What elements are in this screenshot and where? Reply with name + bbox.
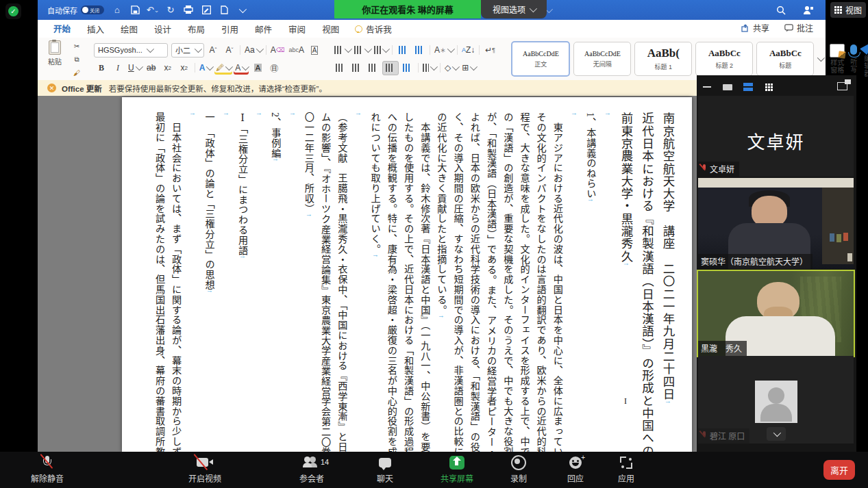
style-heading2[interactable]: AaBbCc标题 2 xyxy=(695,42,753,76)
editor-button[interactable]: 编辑器 xyxy=(863,38,868,80)
style-heading1[interactable]: AaBb(标题 1 xyxy=(634,42,692,76)
change-case-icon[interactable]: Aa xyxy=(243,44,263,57)
new-doc-icon[interactable] xyxy=(217,4,231,16)
share-button[interactable]: 共享 xyxy=(741,22,769,34)
cut-icon[interactable]: ✂ xyxy=(69,42,84,51)
view-options-dropdown[interactable]: 视图选项 xyxy=(481,0,547,18)
leave-button[interactable]: 离开 xyxy=(823,460,855,480)
tab-mailings[interactable]: 邮件 xyxy=(254,20,273,38)
char-border-icon[interactable]: A xyxy=(307,44,322,57)
zoom-view-button[interactable]: 视图 xyxy=(830,2,866,18)
shrink-font-icon[interactable]: Aˇ xyxy=(222,44,237,57)
tab-design[interactable]: 设计 xyxy=(153,20,172,38)
paste-button[interactable]: 粘贴 xyxy=(43,40,66,79)
participants-button[interactable]: 14 参会者 xyxy=(299,455,324,484)
participant-tile[interactable]: 碧江 原口 xyxy=(698,356,854,444)
print-icon[interactable] xyxy=(182,4,195,16)
enclose-char-icon[interactable]: ㊐ xyxy=(266,62,282,75)
gallery-view-icon[interactable] xyxy=(762,81,775,92)
multilevel-list-icon[interactable] xyxy=(373,44,389,57)
underline-icon[interactable]: U xyxy=(127,62,142,75)
char-shading-icon[interactable]: A xyxy=(250,62,265,75)
highlight-icon[interactable]: 🖉︎ xyxy=(214,62,232,75)
bullets-icon[interactable] xyxy=(333,44,351,57)
comments-button[interactable]: 批注 xyxy=(784,22,813,34)
italic-icon[interactable]: I xyxy=(110,62,125,75)
share-screen-button[interactable]: 共享屏幕 xyxy=(441,455,473,484)
active-participant-video[interactable]: 黒瀧 秀久 xyxy=(697,270,855,357)
doc-line: 一 「政体」の論と「三権分立」の思想↑ xyxy=(201,112,217,452)
doc-line: ↑ xyxy=(599,112,615,452)
participant-video[interactable]: 窦硕华（南京航空航天大学） xyxy=(698,178,854,269)
justify-icon[interactable] xyxy=(382,61,399,75)
tell-me[interactable]: 告诉我 xyxy=(355,23,392,36)
numbering-icon[interactable] xyxy=(353,44,371,57)
format-painter-icon[interactable]: 🖌︎ xyxy=(69,68,84,77)
show-marks-icon[interactable]: ↵¶ xyxy=(482,44,497,57)
style-no-spacing[interactable]: AaBbCcDdE无间隔 xyxy=(573,42,631,76)
draw-icon[interactable] xyxy=(199,4,213,16)
document-page[interactable]: 南京航空航天大学 講座 二〇二一年九月二十四日↑近代日本における『和製漢語（日本… xyxy=(122,97,692,452)
more-styles-icon[interactable] xyxy=(817,54,825,62)
distribute-icon[interactable] xyxy=(400,62,415,75)
home-icon[interactable]: ⌂ xyxy=(110,4,124,16)
sort-icon[interactable]: AZ↓ xyxy=(460,44,476,57)
search-icon[interactable] xyxy=(774,4,788,16)
record-button[interactable]: 录制 xyxy=(510,455,527,484)
copy-icon[interactable]: ⧉ xyxy=(69,55,84,64)
strikethrough-icon[interactable]: ab xyxy=(144,62,159,75)
bold-icon[interactable]: B xyxy=(94,62,109,75)
undo-icon[interactable]: ↶⌄ xyxy=(146,4,160,16)
paragraph-mark-icon: ↑ xyxy=(355,112,362,116)
grow-font-icon[interactable]: Aˆ xyxy=(206,44,221,57)
reactions-button[interactable]: + 回应 xyxy=(567,455,584,484)
more-commands-icon[interactable] xyxy=(235,4,249,16)
collapse-strip-button[interactable] xyxy=(767,427,786,441)
text-effects-icon[interactable]: A xyxy=(198,62,214,75)
chat-button[interactable]: 聊天 xyxy=(377,455,393,484)
participant-tile[interactable]: 文卓妍 文卓妍 xyxy=(698,96,854,177)
style-pane-button[interactable]: 样式窗格 xyxy=(830,38,845,80)
unmute-button[interactable]: 解除静音 xyxy=(31,455,64,484)
asian-layout-icon[interactable]: A＊ xyxy=(433,44,454,57)
tab-review[interactable]: 审阅 xyxy=(288,20,306,38)
borders-icon[interactable]: ⊞ xyxy=(460,62,477,75)
superscript-icon[interactable]: x2 xyxy=(177,62,192,75)
paragraph-mark-icon: ↑ xyxy=(256,112,263,116)
font-color-icon[interactable]: A xyxy=(234,62,249,75)
tab-references[interactable]: 引用 xyxy=(221,20,239,38)
contact-icon[interactable] xyxy=(802,4,815,16)
tab-layout[interactable]: 布局 xyxy=(187,20,206,38)
tab-insert[interactable]: 插入 xyxy=(86,20,105,38)
save-icon[interactable] xyxy=(128,4,142,16)
shading-icon[interactable]: ◇ xyxy=(443,62,459,75)
vertical-text-block: 南京航空航天大学 講座 二〇二一年九月二十四日↑近代日本における『和製漢語（日本… xyxy=(151,112,678,452)
align-center-icon[interactable] xyxy=(349,62,364,75)
tab-home[interactable]: 开始 xyxy=(53,19,71,39)
line-spacing-icon[interactable] xyxy=(421,62,437,75)
clear-format-icon[interactable]: A⌫ xyxy=(269,44,286,57)
paragraph-mark-icon: ↑ xyxy=(206,290,214,293)
style-title[interactable]: AaBbCc标题 xyxy=(756,42,814,76)
autosave-toggle[interactable]: 自动保存 关闭 xyxy=(47,5,104,16)
font-name-select[interactable]: HGSGyosh... xyxy=(94,43,168,57)
redo-icon[interactable]: ↻ xyxy=(164,4,177,16)
decrease-indent-icon[interactable] xyxy=(395,44,410,57)
strip-view-icon[interactable] xyxy=(742,81,754,92)
subscript-icon[interactable]: x2 xyxy=(160,62,175,75)
dictate-button[interactable]: 听写 xyxy=(850,38,857,80)
paragraph-mark-icon: ↑ xyxy=(272,158,280,162)
font-size-select[interactable]: 小二 xyxy=(171,43,204,57)
start-video-button[interactable]: 开启视频 xyxy=(188,455,221,484)
tab-draw[interactable]: 绘图 xyxy=(120,20,138,38)
speaker-view-icon[interactable] xyxy=(721,81,734,92)
align-left-icon[interactable] xyxy=(333,62,348,75)
increase-indent-icon[interactable] xyxy=(412,44,427,57)
align-right-icon[interactable] xyxy=(366,62,381,75)
tab-view[interactable]: 视图 xyxy=(321,20,340,38)
phonetic-guide-icon[interactable]: abcA xyxy=(287,44,306,57)
style-normal[interactable]: AaBbCcDdE正文 xyxy=(511,41,570,77)
minimize-panel-icon[interactable] xyxy=(701,81,713,92)
apps-button[interactable]: 应用 xyxy=(618,455,634,484)
popout-icon[interactable] xyxy=(837,79,851,90)
